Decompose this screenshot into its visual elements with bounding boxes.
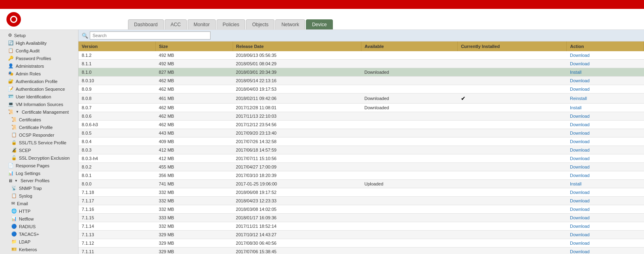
action-link-8.0.0[interactable]: Install [570,181,582,186]
sidebar-item-kerberos[interactable]: 🎫Kerberos [0,246,78,253]
action-link-7.1.11[interactable]: Download [570,249,590,254]
http-icon: 🌐 [11,208,17,214]
action-link-8.1.1[interactable]: Download [570,61,590,66]
data-cell: 2017/10/12 14:43:27 [233,231,361,239]
sidebar-item-response-pages[interactable]: 📄Response Pages [0,162,78,169]
tab-acc[interactable]: ACC [165,19,187,29]
sidebar-item-netflow[interactable]: 📊Netflow [0,215,78,223]
data-cell [361,222,457,231]
sidebar-item-administrators[interactable]: 👤Administrators [0,62,78,70]
tab-device[interactable]: Device [306,19,333,29]
action-link-8.1.0[interactable]: Install [570,70,582,75]
action-link-7.1.14[interactable]: Download [570,224,590,229]
sidebar-item-user-identification[interactable]: 🪪User Identification [0,93,78,100]
data-cell [458,163,567,171]
cert-profile-icon: 📜 [11,125,17,130]
sidebar-item-certificates[interactable]: 📜Certificates [0,116,78,123]
action-link-8.0.1[interactable]: Download [570,173,590,178]
tab-dashboard[interactable]: Dashboard [128,19,164,29]
data-cell: ✔ [458,94,567,104]
action-link-8.0.9[interactable]: Download [570,87,590,92]
auth-icon: 🔐 [8,79,14,84]
table-row: 7.1.13329 MB2017/10/12 14:43:27Download [78,231,644,239]
data-cell: 7.1.14 [78,222,156,231]
sidebar-item-ocsp-responder[interactable]: 📋OCSP Responder [0,131,78,139]
sidebar-item-snmp-trap[interactable]: 📡SNMP Trap [0,184,78,192]
search-icon: 🔍 [82,33,88,39]
data-cell: 2018/05/01 08:04:29 [233,60,361,68]
action-link-8.0.7[interactable]: Install [570,105,582,110]
sidebar-item-ssl-tls-service-profile[interactable]: 🔒SSL/TLS Service Profile [0,139,78,146]
top-bar [0,0,644,9]
sidebar-item-vm-information-sources[interactable]: 💻VM Information Sources [0,100,78,108]
action-link-8.1.2[interactable]: Download [570,53,590,58]
data-cell: 2018/04/23 12:23:33 [233,197,361,205]
sidebar-label-admin-roles: Admin Roles [16,71,41,76]
search-input[interactable] [90,31,211,40]
sidebar: ⚙Setup🔄High Availability📋Config Audit🔑Pa… [0,30,78,254]
action-link-8.0.8[interactable]: Reinstall [570,96,587,101]
data-cell: 462 MB [156,77,233,85]
sidebar-item-http[interactable]: 🌐HTTP [0,207,78,215]
data-cell: 2017/07/06 15:38:45 [233,248,361,254]
scep-icon: 🔏 [11,148,17,153]
table-row: 8.1.1492 MB2018/05/01 08:04:29Download [78,60,644,68]
data-cell [458,197,567,205]
data-cell [458,231,567,239]
action-cell: Download [567,77,644,85]
sidebar-item-log-settings[interactable]: 📊Log Settings [0,169,78,177]
sidebar-label-scep: SCEP [19,148,31,153]
action-link-8.0.6-h3[interactable]: Download [570,122,590,127]
data-cell [458,68,567,77]
sidebar-item-setup[interactable]: ⚙Setup [0,31,78,39]
data-cell [361,51,457,60]
action-link-8.0.5[interactable]: Download [570,131,590,135]
sidebar-item-config-audit[interactable]: 📋Config Audit [0,47,78,54]
action-link-8.0.10[interactable]: Download [570,78,590,83]
tab-monitor[interactable]: Monitor [188,19,216,29]
data-cell: 2018/01/17 16:09:36 [233,214,361,222]
data-cell: 2017/12/28 11:08:01 [233,104,361,112]
action-link-8.0.2[interactable]: Download [570,164,590,169]
sidebar-item-tacacs-plus[interactable]: 🔵TACACS+ [0,230,78,238]
action-link-7.1.13[interactable]: Download [570,232,590,237]
data-cell: 329 MB [156,231,233,239]
action-cell: Download [567,188,644,197]
data-cell [458,205,567,214]
sidebar-item-server-profiles[interactable]: 🖥▼Server Profiles [0,177,78,184]
action-link-8.0.6[interactable]: Download [570,114,590,119]
action-link-7.1.12[interactable]: Download [570,241,590,246]
tab-objects[interactable]: Objects [246,19,275,29]
action-link-7.1.18[interactable]: Download [570,190,590,195]
data-cell: 8.1.0 [78,68,156,77]
sidebar-item-radius[interactable]: 🔵RADIUS [0,223,78,230]
data-cell: 356 MB [156,171,233,180]
action-link-7.1.15[interactable]: Download [570,215,590,220]
action-link-7.1.17[interactable]: Download [570,198,590,203]
tab-network[interactable]: Network [275,19,305,29]
action-link-7.1.16[interactable]: Download [570,207,590,212]
sidebar-item-scep[interactable]: 🔏SCEP [0,146,78,154]
sidebar-label-certificates: Certificates [19,117,41,122]
sidebar-item-syslog[interactable]: 📋Syslog [0,192,78,200]
data-cell: 2017/03/10 18:20:39 [233,171,361,180]
sidebar-item-certificate-profile[interactable]: 📜Certificate Profile [0,123,78,131]
action-link-8.0.3-h4[interactable]: Download [570,156,590,161]
sidebar-item-ssl-decryption-exclusion[interactable]: 🔓SSL Decryption Exclusion [0,154,78,162]
action-link-8.0.3[interactable]: Download [570,148,590,152]
sidebar-item-ldap[interactable]: 📁LDAP [0,238,78,246]
sidebar-item-password-profiles[interactable]: 🔑Password Profiles [0,54,78,62]
sidebar-item-email[interactable]: ✉Email [0,200,78,207]
data-cell: 333 MB [156,214,233,222]
data-cell [361,248,457,254]
sidebar-item-authentication-sequence[interactable]: 📝Authentication Sequence [0,85,78,93]
action-link-8.0.4[interactable]: Download [570,139,590,144]
toggle-arrow: ▼ [14,179,18,183]
data-cell: Downloaded [361,68,457,77]
sidebar-item-admin-roles[interactable]: 🎭Admin Roles [0,70,78,77]
data-cell: 2017/06/18 14:57:59 [233,146,361,154]
sidebar-item-high-availability[interactable]: 🔄High Availability [0,39,78,47]
tab-policies[interactable]: Policies [217,19,245,29]
sidebar-item-certificate-management[interactable]: 📜▼Certificate Management [0,108,78,116]
sidebar-item-authentication-profile[interactable]: 🔐Authentication Profile [0,77,78,85]
